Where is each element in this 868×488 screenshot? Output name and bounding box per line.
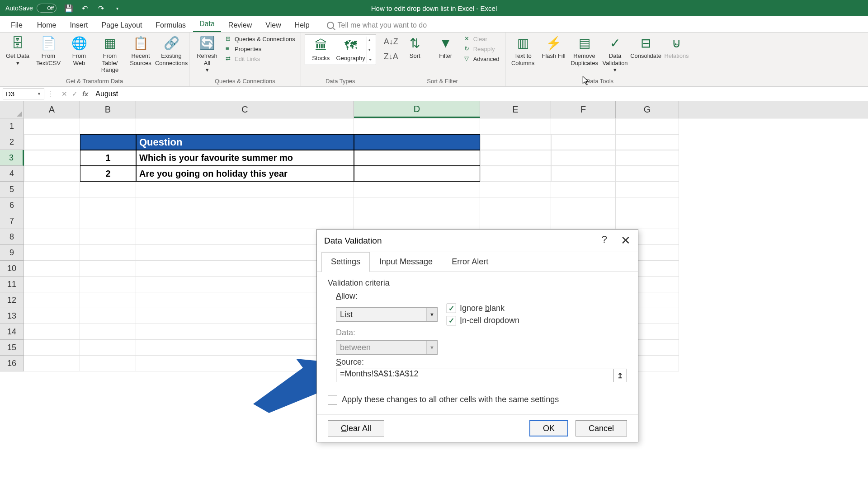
tab-page-layout[interactable]: Page Layout	[95, 19, 148, 32]
row-header[interactable]: 10	[0, 261, 24, 277]
fx-icon[interactable]: fx	[82, 90, 88, 98]
cell[interactable]	[616, 213, 679, 229]
select-all-corner[interactable]	[0, 101, 24, 118]
incell-dropdown-checkbox[interactable]: ✓ In-cell dropdown	[447, 316, 519, 325]
data-validation-button[interactable]: ✓Data Validation▾	[601, 34, 629, 75]
cell[interactable]	[480, 166, 551, 182]
row-header[interactable]: 14	[0, 324, 24, 340]
cell[interactable]	[354, 197, 480, 213]
tab-error-alert[interactable]: Error Alert	[442, 252, 498, 272]
data-types-gallery[interactable]: 🏛Stocks 🗺Geography ▴ ▾ ⏷	[305, 34, 376, 65]
cancel-icon[interactable]: ✕	[61, 90, 67, 98]
col-header-a[interactable]: A	[24, 101, 80, 118]
col-header-d[interactable]: D	[354, 101, 480, 118]
enter-icon[interactable]: ✓	[72, 90, 78, 98]
cell[interactable]: 2	[80, 166, 136, 182]
cell[interactable]	[551, 182, 616, 197]
sort-asc-icon[interactable]: A↓Z	[384, 37, 398, 47]
flash-fill-button[interactable]: ⚡Flash Fill	[540, 34, 568, 61]
existing-connections-button[interactable]: 🔗Existing Connections	[157, 34, 185, 67]
clear-filter-button[interactable]: ✕Clear	[462, 34, 501, 43]
cell[interactable]	[551, 213, 616, 229]
row-header[interactable]: 5	[0, 182, 24, 197]
cell[interactable]: 1	[80, 150, 136, 166]
ignore-blank-checkbox[interactable]: ✓ Ignore blank	[447, 304, 519, 313]
cell[interactable]	[24, 292, 80, 308]
tab-home[interactable]: Home	[31, 19, 63, 32]
cell[interactable]	[354, 134, 480, 150]
from-textcsv-button[interactable]: 📄From Text/CSV	[34, 34, 62, 67]
from-web-button[interactable]: 🌐From Web	[65, 34, 93, 67]
get-data-button[interactable]: 🗄Get Data▾	[4, 34, 32, 67]
cell[interactable]	[80, 261, 136, 277]
row-header[interactable]: 1	[0, 118, 24, 134]
cell[interactable]	[80, 182, 136, 197]
dialog-titlebar[interactable]: Data Validation ? ✕	[317, 230, 638, 252]
cell[interactable]	[616, 150, 679, 166]
cell[interactable]	[24, 356, 80, 371]
row-header[interactable]: 6	[0, 197, 24, 213]
tab-formulas[interactable]: Formulas	[149, 19, 192, 32]
cell[interactable]	[616, 182, 679, 197]
row-header[interactable]: 2	[0, 134, 24, 150]
tab-input-message[interactable]: Input Message	[370, 252, 442, 272]
redo-icon[interactable]: ↷	[97, 4, 105, 12]
cell[interactable]	[24, 277, 80, 292]
cell[interactable]	[354, 118, 480, 134]
tab-insert[interactable]: Insert	[63, 19, 94, 32]
cell[interactable]	[24, 229, 80, 245]
cell[interactable]	[480, 213, 551, 229]
cell[interactable]	[551, 166, 616, 182]
cell[interactable]	[616, 118, 679, 134]
cell[interactable]	[24, 261, 80, 277]
formula-input[interactable]	[91, 89, 865, 99]
refresh-all-button[interactable]: 🔄Refresh All▾	[193, 34, 221, 75]
tell-me-search[interactable]: Tell me what you want to do	[322, 19, 431, 32]
col-header-c[interactable]: C	[136, 101, 354, 118]
scroll-down-icon[interactable]: ▾	[368, 47, 373, 52]
cell[interactable]	[354, 182, 480, 197]
cell[interactable]: Question	[136, 134, 354, 150]
cell[interactable]	[616, 197, 679, 213]
ok-button[interactable]: OK	[529, 420, 568, 436]
cell[interactable]	[24, 118, 80, 134]
row-header[interactable]: 15	[0, 340, 24, 356]
stocks-button[interactable]: 🏛Stocks	[307, 37, 335, 63]
cell[interactable]	[136, 118, 354, 134]
tab-settings[interactable]: Settings	[321, 252, 370, 272]
from-table-button[interactable]: ▦From Table/ Range	[96, 34, 124, 75]
row-header[interactable]: 13	[0, 308, 24, 324]
row-header[interactable]: 8	[0, 229, 24, 245]
queries-connections-button[interactable]: ⊞Queries & Connections	[224, 34, 297, 43]
consolidate-button[interactable]: ⊟Consolidate	[632, 34, 660, 61]
tab-file[interactable]: File	[5, 19, 29, 32]
cell[interactable]	[136, 213, 354, 229]
cell[interactable]	[80, 277, 136, 292]
cell[interactable]	[354, 166, 480, 182]
cell[interactable]	[551, 197, 616, 213]
row-header[interactable]: 11	[0, 277, 24, 292]
col-header-e[interactable]: E	[480, 101, 551, 118]
cell[interactable]	[136, 197, 354, 213]
cell[interactable]: Which is your favourite summer mo	[136, 150, 354, 166]
help-icon[interactable]: ?	[602, 234, 607, 248]
sort-desc-icon[interactable]: Z↓A	[384, 52, 398, 61]
apply-same-settings-checkbox[interactable]: Apply these changes to all other cells w…	[328, 395, 627, 404]
name-box[interactable]: D3 ▼	[3, 88, 44, 99]
tab-data[interactable]: Data	[193, 17, 221, 32]
cell[interactable]	[24, 308, 80, 324]
cell[interactable]	[80, 197, 136, 213]
cell[interactable]	[24, 134, 80, 150]
cell[interactable]	[480, 118, 551, 134]
col-header-f[interactable]: F	[551, 101, 616, 118]
cell[interactable]	[480, 182, 551, 197]
cell[interactable]	[480, 197, 551, 213]
edit-links-button[interactable]: ⇄Edit Links	[224, 54, 297, 63]
filter-button[interactable]: ▼Filter	[432, 34, 460, 61]
cell[interactable]	[480, 150, 551, 166]
cancel-button[interactable]: Cancel	[576, 420, 627, 436]
sort-button[interactable]: ⇅Sort	[401, 34, 429, 61]
cell[interactable]: Are you going on holiday this year	[136, 166, 354, 182]
cell[interactable]	[80, 229, 136, 245]
cell[interactable]	[80, 134, 136, 150]
